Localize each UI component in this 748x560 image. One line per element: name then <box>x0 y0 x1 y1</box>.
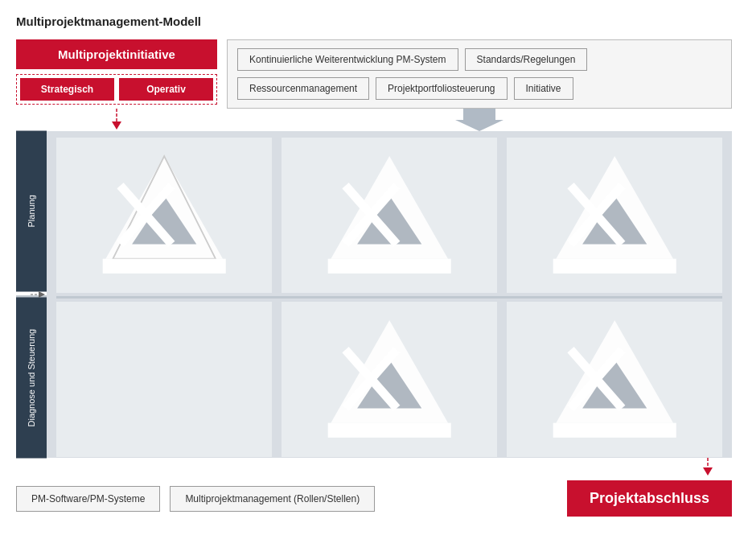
tent-2 <box>282 138 497 293</box>
tent-5 <box>282 302 497 457</box>
tags-panel: Kontinuierliche Weiterentwicklung PM-Sys… <box>227 39 732 109</box>
tag-standards: Standards/Regelungen <box>465 48 588 71</box>
projektabschluss-box: Projektabschluss <box>567 480 732 517</box>
svg-marker-1 <box>112 121 121 130</box>
diagnose-row <box>47 299 732 463</box>
sidebar-planung: Planung <box>16 131 47 292</box>
tag-projektportfolio: Projektportfoliosteuerung <box>376 77 507 100</box>
grid-area <box>47 131 732 458</box>
svg-rect-23 <box>327 423 450 438</box>
arrow-down-from-tags <box>455 109 503 131</box>
page-title: Multiprojektmanagement-Modell <box>16 14 732 28</box>
sidebar-diagnose: Diagnose und Steuerung <box>16 298 47 459</box>
tent-4-empty <box>56 302 272 457</box>
tag-weiterentwicklung: Kontinuierliche Weiterentwicklung PM-Sys… <box>237 48 458 71</box>
tent-6 <box>507 302 722 457</box>
svg-rect-8 <box>102 259 225 274</box>
left-panel: Multiprojektinitiative Strategisch Opera… <box>16 39 217 105</box>
svg-rect-13 <box>327 259 450 274</box>
tent-icon-6 <box>528 313 701 445</box>
svg-rect-28 <box>553 423 676 438</box>
arrow-right-to-grid <box>31 288 48 301</box>
bottom-row: PM-Software/PM-Systeme Multiprojektmanag… <box>16 477 732 517</box>
tent-3 <box>507 138 722 293</box>
tent-icon-1 <box>78 149 250 281</box>
sub-buttons-area: Strategisch Operativ <box>16 74 217 105</box>
svg-rect-18 <box>553 259 676 274</box>
tent-icon-5 <box>303 313 475 445</box>
tags-row-2: Ressourcenmanagement Projektportfolioste… <box>237 77 721 100</box>
strategisch-button[interactable]: Strategisch <box>20 78 114 101</box>
svg-marker-4 <box>39 291 45 298</box>
svg-marker-32 <box>703 467 713 476</box>
planung-row <box>47 131 732 296</box>
svg-marker-2 <box>455 109 503 131</box>
tent-icon-2 <box>303 149 475 281</box>
bottom-tag-pm-software: PM-Software/PM-Systeme <box>16 486 160 512</box>
tent-1 <box>56 138 272 293</box>
tags-row-1: Kontinuierliche Weiterentwicklung PM-Sys… <box>237 48 721 71</box>
arrow-down-from-initiative <box>109 109 125 131</box>
tent-icon-3 <box>528 149 701 281</box>
bottom-tag-multiprojektmanagement: Multiprojektmanagement (Rollen/Stellen) <box>170 486 375 512</box>
tag-initiative: Initiative <box>514 77 573 100</box>
multiprojektinitiative-box: Multiprojektinitiative <box>16 39 217 69</box>
tag-ressourcenmanagement: Ressourcenmanagement <box>237 77 369 100</box>
operativ-button[interactable]: Operativ <box>119 78 213 101</box>
